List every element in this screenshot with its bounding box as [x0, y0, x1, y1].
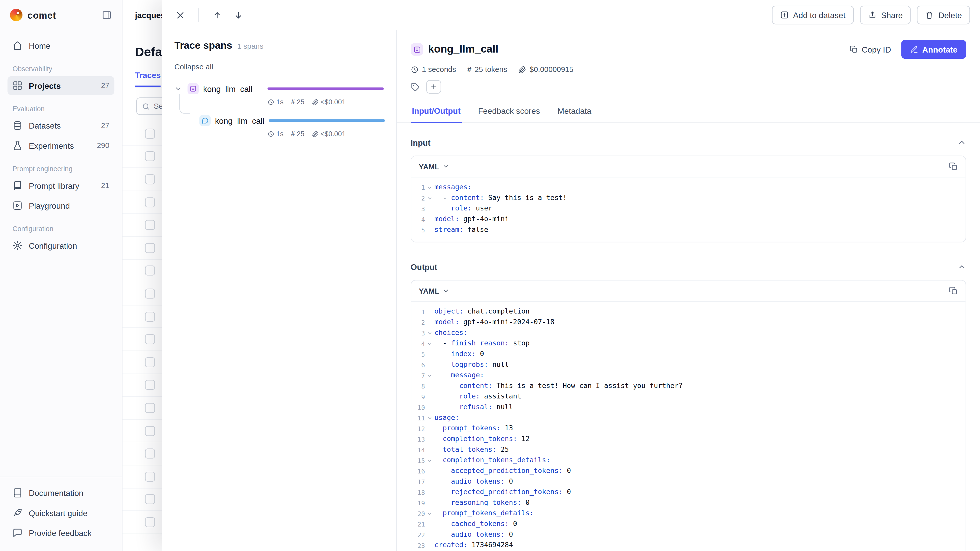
- row-checkbox[interactable]: [145, 289, 155, 299]
- code-text: cached_tokens: 0: [434, 519, 517, 529]
- sidebar-item-experiments[interactable]: Experiments290: [7, 136, 115, 155]
- code-line: 4 - finish_reason: stop: [411, 338, 966, 349]
- row-checkbox[interactable]: [145, 494, 155, 504]
- copy-id-button[interactable]: Copy ID: [849, 44, 891, 54]
- row-checkbox[interactable]: [145, 403, 155, 413]
- sidebar-item-playground[interactable]: Playground: [7, 196, 115, 215]
- line-number: 1: [411, 306, 425, 318]
- add-to-dataset-button[interactable]: Add to dataset: [772, 6, 853, 24]
- collapse-all-button[interactable]: Collapse all: [174, 62, 383, 71]
- code-line: 16 accepted_prediction_tokens: 0: [411, 466, 966, 477]
- row-checkbox[interactable]: [145, 426, 155, 436]
- sidebar-item-home[interactable]: Home: [7, 36, 115, 55]
- span-row-root[interactable]: kong_llm_call: [174, 81, 383, 96]
- sidebar-item-provide-feedback[interactable]: Provide feedback: [7, 524, 115, 542]
- row-checkbox[interactable]: [145, 266, 155, 276]
- gutter-spacer: [425, 402, 434, 405]
- collapse-caret-icon[interactable]: [425, 455, 434, 464]
- line-number: 13: [411, 434, 425, 445]
- annotate-button[interactable]: Annotate: [901, 40, 966, 59]
- hash-icon: #: [467, 65, 471, 74]
- previous-span-button[interactable]: [209, 7, 225, 23]
- chevron-down-icon[interactable]: [174, 85, 183, 92]
- clock-icon: [410, 65, 419, 73]
- code-text: reasoning_tokens: 0: [434, 498, 530, 508]
- row-checkbox[interactable]: [145, 174, 155, 184]
- span-name: kong_llm_call: [203, 84, 252, 94]
- line-number: 3: [411, 328, 425, 339]
- row-checkbox[interactable]: [145, 311, 155, 321]
- row-checkbox[interactable]: [145, 151, 155, 162]
- line-number: 2: [411, 193, 425, 204]
- sidebar-item-label: Experiments: [29, 141, 74, 150]
- collapse-output-icon[interactable]: [958, 262, 966, 271]
- sidebar-item-prompt-library[interactable]: Prompt library21: [7, 176, 115, 195]
- code-text: choices:: [434, 328, 468, 338]
- collapse-caret-icon[interactable]: [425, 183, 434, 191]
- row-checkbox[interactable]: [145, 334, 155, 345]
- sidebar-item-projects[interactable]: Projects27: [7, 76, 115, 95]
- close-button[interactable]: [172, 7, 188, 23]
- row-checkbox[interactable]: [145, 129, 155, 138]
- line-number: 17: [411, 477, 425, 487]
- add-to-dataset-icon: [780, 11, 789, 19]
- tab-input-output[interactable]: Input/Output: [410, 103, 462, 123]
- workspace-name[interactable]: jacques: [135, 10, 165, 20]
- add-tag-button[interactable]: [426, 80, 441, 94]
- gutter-spacer: [425, 434, 434, 437]
- collapse-caret-icon[interactable]: [425, 413, 434, 421]
- tab-traces[interactable]: Traces: [135, 71, 161, 87]
- line-number: 16: [411, 466, 425, 477]
- next-span-button[interactable]: [230, 7, 246, 23]
- code-text: accepted_prediction_tokens: 0: [434, 466, 571, 476]
- row-checkbox[interactable]: [145, 449, 155, 459]
- input-code-card: YAML 1messages:2 - content: Say this is …: [410, 156, 966, 242]
- copy-output-icon[interactable]: [949, 286, 958, 295]
- tab-feedback-scores[interactable]: Feedback scores: [477, 103, 541, 122]
- delete-button[interactable]: Delete: [917, 6, 970, 24]
- collapse-caret-icon[interactable]: [425, 508, 434, 516]
- collapse-caret-icon[interactable]: [425, 328, 434, 336]
- code-text: role: user: [434, 203, 492, 213]
- sidebar-item-documentation[interactable]: Documentation: [7, 484, 115, 502]
- sidebar-item-datasets[interactable]: Datasets27: [7, 116, 115, 135]
- hash-icon: #: [291, 130, 295, 137]
- collapse-caret-icon[interactable]: [425, 370, 434, 379]
- collapse-caret-icon[interactable]: [425, 338, 434, 347]
- collapse-input-icon[interactable]: [958, 138, 966, 147]
- copy-input-icon[interactable]: [949, 162, 958, 171]
- hash-icon: #: [291, 98, 295, 105]
- sidebar-item-configuration[interactable]: Configuration: [7, 236, 115, 255]
- row-checkbox[interactable]: [145, 472, 155, 481]
- row-checkbox[interactable]: [145, 517, 155, 527]
- sidebar-item-quickstart-guide[interactable]: Quickstart guide: [7, 503, 115, 522]
- code-line: 18 rejected_prediction_tokens: 0: [411, 487, 966, 498]
- gutter-spacer: [425, 214, 434, 217]
- collapse-caret-icon[interactable]: [425, 193, 434, 201]
- line-number: 20: [411, 508, 425, 519]
- gutter-spacer: [425, 225, 434, 227]
- tab-metadata[interactable]: Metadata: [556, 103, 593, 122]
- sidebar-item-label: Prompt library: [29, 181, 80, 190]
- sidebar-item-label: Playground: [29, 201, 70, 210]
- code-line: 19 reasoning_tokens: 0: [411, 498, 966, 509]
- span-row-child[interactable]: kong_llm_call: [174, 113, 383, 128]
- span-duration-bar: [269, 119, 385, 122]
- code-text: model: gpt-4o-mini: [434, 214, 509, 224]
- share-button[interactable]: Share: [860, 6, 911, 24]
- row-checkbox[interactable]: [145, 197, 155, 207]
- row-checkbox[interactable]: [145, 220, 155, 230]
- code-line: 14 total_tokens: 25: [411, 445, 966, 456]
- output-section: Output YAML: [410, 259, 966, 551]
- spans-panel-title: Trace spans: [174, 40, 232, 51]
- row-checkbox[interactable]: [145, 380, 155, 390]
- collapse-sidebar-icon[interactable]: [102, 10, 112, 20]
- gutter-spacer: [425, 530, 434, 532]
- llm-span-icon: [188, 83, 199, 94]
- output-format-select[interactable]: YAML: [419, 286, 449, 295]
- trace-tokens: #25 tokens: [467, 65, 507, 74]
- gutter-spacer: [425, 519, 434, 522]
- input-format-select[interactable]: YAML: [419, 162, 449, 171]
- row-checkbox[interactable]: [145, 357, 155, 367]
- row-checkbox[interactable]: [145, 243, 155, 253]
